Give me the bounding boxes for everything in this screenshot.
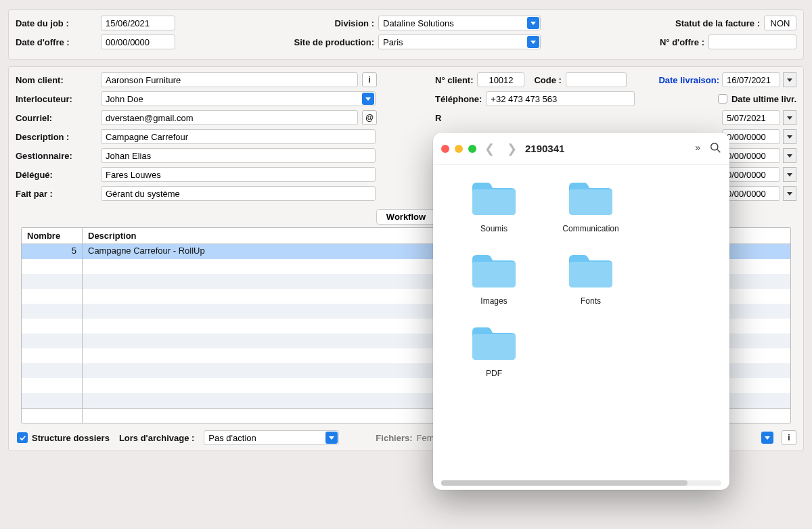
date-field-3[interactable] <box>722 148 780 163</box>
division-label: Division : <box>279 18 374 28</box>
job-date-label: Date du job : <box>16 18 97 28</box>
search-icon[interactable] <box>710 142 721 156</box>
folder-icon <box>566 252 615 292</box>
folder-icon <box>470 180 518 220</box>
svg-point-0 <box>711 143 718 150</box>
cell-number <box>22 393 83 408</box>
folder-label: PDF <box>453 369 535 378</box>
workflow-button[interactable]: Workflow <box>376 209 436 225</box>
email-field[interactable] <box>101 110 358 125</box>
chevron-down-icon[interactable] <box>761 432 773 444</box>
folder-item[interactable]: Soumis <box>453 180 535 233</box>
structure-checkbox[interactable] <box>17 432 28 443</box>
date-dropdown-icon[interactable] <box>783 129 796 144</box>
chevron-down-icon[interactable] <box>527 36 539 48</box>
cell-number <box>22 289 83 304</box>
finder-window: ❮ ❯ 2190341 » Soumis Communication Image… <box>433 133 729 490</box>
folder-icon <box>566 180 615 220</box>
folder-label: Soumis <box>453 224 535 233</box>
offer-date-field[interactable] <box>101 34 175 49</box>
manager-label: Gestionnaire: <box>16 151 97 161</box>
offer-date-label: Date d'offre : <box>16 37 97 47</box>
cell-number <box>22 378 83 393</box>
info-icon[interactable]: i <box>362 72 377 87</box>
back-icon[interactable]: ❮ <box>484 141 495 156</box>
date-dropdown-icon[interactable] <box>783 186 796 201</box>
at-icon[interactable]: @ <box>362 110 377 125</box>
delegate-field[interactable] <box>101 167 376 182</box>
phone-label: Téléphone: <box>435 94 482 104</box>
fichiers-label: Fichiers: <box>376 433 412 443</box>
by-label: Fait par : <box>16 189 97 199</box>
folder-item[interactable]: Images <box>453 252 535 306</box>
structure-label: Structure dossiers <box>32 433 110 443</box>
close-icon[interactable] <box>441 145 449 153</box>
chevron-down-icon[interactable] <box>527 17 539 29</box>
phone-field[interactable] <box>486 91 635 106</box>
by-field[interactable] <box>101 186 376 201</box>
cell-number <box>22 259 83 274</box>
division-select[interactable] <box>378 16 541 30</box>
date-dropdown-icon[interactable] <box>783 72 796 87</box>
info-icon[interactable]: i <box>782 430 796 445</box>
folder-icon <box>470 325 518 365</box>
cell-number <box>22 363 83 378</box>
archive-label: Lors d'archivage : <box>119 433 194 443</box>
email-label: Courriel: <box>16 113 97 123</box>
chevron-down-icon[interactable] <box>325 432 338 444</box>
maximize-icon[interactable] <box>468 145 476 153</box>
folder-label: Images <box>453 296 535 306</box>
job-header-panel: Date du job : Date d'offre : Division : … <box>8 9 804 60</box>
partial-r-label: R <box>435 113 442 123</box>
invoice-status-field[interactable] <box>764 16 796 30</box>
contact-label: Interlocuteur: <box>16 94 97 104</box>
client-name-field[interactable] <box>101 72 358 87</box>
code-label: Code : <box>534 75 561 85</box>
svg-line-1 <box>717 150 720 152</box>
ultimate-date-checkbox[interactable] <box>718 94 727 104</box>
chevron-down-icon[interactable] <box>362 93 374 105</box>
client-name-label: Nom client: <box>16 75 97 85</box>
client-no-field[interactable] <box>477 72 524 87</box>
folder-label: Communication <box>540 224 641 233</box>
cell-number <box>22 334 83 348</box>
date-field-4[interactable] <box>722 167 780 182</box>
site-select[interactable] <box>378 34 541 49</box>
scrollbar-thumb[interactable] <box>441 480 687 486</box>
toolbar-overflow-icon[interactable]: » <box>695 142 700 156</box>
folder-label: Fonts <box>540 296 641 306</box>
delivery-date-label: Date livraison: <box>658 75 719 85</box>
forward-icon[interactable]: ❯ <box>507 141 517 156</box>
cell-number <box>22 304 83 319</box>
scrollbar[interactable] <box>441 480 721 486</box>
col-header-number[interactable]: Nombre <box>22 228 83 244</box>
delivery-date-field[interactable] <box>722 72 780 87</box>
contact-select[interactable] <box>101 91 376 106</box>
delegate-label: Délégué: <box>16 170 97 180</box>
date-dropdown-icon[interactable] <box>783 110 796 125</box>
cell-number <box>22 319 83 334</box>
cell-number: 5 <box>22 244 83 259</box>
finder-title: 2190341 <box>525 143 564 154</box>
description-label: Description : <box>16 132 97 142</box>
manager-field[interactable] <box>101 148 376 163</box>
code-field[interactable] <box>566 72 627 87</box>
date-field-2[interactable] <box>722 129 780 144</box>
cell-number <box>22 274 83 289</box>
description-field[interactable] <box>101 129 376 144</box>
folder-item[interactable]: Fonts <box>540 252 641 306</box>
job-date-field[interactable] <box>101 16 175 30</box>
client-no-label: N° client: <box>435 75 473 85</box>
date-dropdown-icon[interactable] <box>783 148 796 163</box>
site-label: Site de production: <box>279 37 374 47</box>
invoice-status-label: Statut de la facture : <box>675 18 760 28</box>
date-field-1[interactable] <box>722 110 780 125</box>
cell-number <box>22 348 83 363</box>
date-field-5[interactable] <box>722 186 780 201</box>
archive-select[interactable] <box>204 430 339 445</box>
minimize-icon[interactable] <box>455 145 463 153</box>
folder-item[interactable]: PDF <box>453 325 535 378</box>
date-dropdown-icon[interactable] <box>783 167 796 182</box>
folder-item[interactable]: Communication <box>540 180 641 233</box>
offer-no-field[interactable] <box>708 34 796 49</box>
